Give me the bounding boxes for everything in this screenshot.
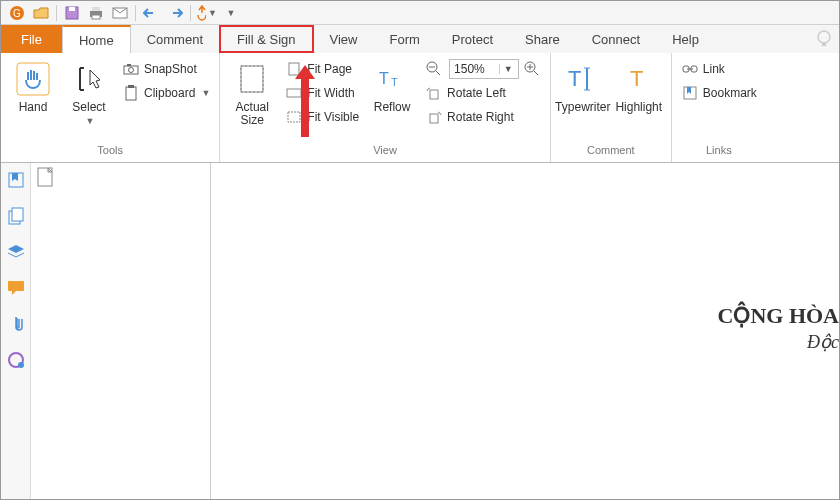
svg-rect-30 xyxy=(430,90,438,99)
navigation-sidebar xyxy=(1,163,31,499)
reflow-button[interactable]: TT Reflow xyxy=(364,55,420,114)
tab-file[interactable]: File xyxy=(1,25,62,53)
rotate-left-button[interactable]: Rotate Left xyxy=(422,82,544,104)
svg-text:T: T xyxy=(391,76,398,88)
link-label: Link xyxy=(703,62,725,76)
rotate-right-button[interactable]: Rotate Right xyxy=(422,106,544,128)
sidebar-comments-icon[interactable] xyxy=(5,277,27,299)
reflow-label: Reflow xyxy=(374,101,411,114)
select-icon xyxy=(69,59,109,99)
hand-tool-button[interactable]: Hand xyxy=(5,55,61,114)
tab-protect[interactable]: Protect xyxy=(436,25,509,53)
highlight-button[interactable]: T Highlight xyxy=(611,55,667,114)
group-view-label: View xyxy=(224,144,546,162)
page-thumb-icon xyxy=(35,167,57,187)
undo-icon[interactable] xyxy=(140,2,162,24)
content-area: CỘNG HÒA Độc xyxy=(31,163,839,499)
tab-connect[interactable]: Connect xyxy=(576,25,656,53)
print-icon[interactable] xyxy=(85,2,107,24)
camera-icon xyxy=(122,60,140,78)
quick-access-toolbar: G ▼ ▼ xyxy=(1,1,839,25)
document-page[interactable]: CỘNG HÒA Độc xyxy=(211,163,839,499)
svg-rect-9 xyxy=(822,43,826,46)
svg-line-27 xyxy=(534,71,538,75)
fit-visible-button[interactable]: Fit Visible xyxy=(282,106,362,128)
sidebar-attachments-icon[interactable] xyxy=(5,313,27,335)
zoom-value: 150% xyxy=(450,62,499,76)
svg-text:G: G xyxy=(13,8,21,19)
help-bulb-icon[interactable] xyxy=(815,25,839,53)
svg-point-46 xyxy=(18,362,24,368)
snapshot-button[interactable]: SnapShot xyxy=(119,58,213,80)
app-icon: G xyxy=(6,2,28,24)
group-tools: Hand Select▼ SnapShot Clipboard ▼ Tools xyxy=(1,53,220,162)
redo-icon[interactable] xyxy=(164,2,186,24)
fit-visible-label: Fit Visible xyxy=(307,110,359,124)
group-tools-label: Tools xyxy=(5,144,215,162)
svg-rect-13 xyxy=(127,64,131,66)
touch-mode-icon[interactable]: ▼ xyxy=(195,2,217,24)
select-label: Select xyxy=(72,100,105,114)
rotate-right-label: Rotate Right xyxy=(447,110,514,124)
snapshot-label: SnapShot xyxy=(144,62,197,76)
svg-rect-6 xyxy=(92,15,100,19)
bookmark-button[interactable]: Bookmark xyxy=(678,82,760,104)
typewriter-icon: T xyxy=(563,59,603,99)
chevron-down-icon: ▼ xyxy=(86,116,95,126)
bookmark-icon xyxy=(681,84,699,102)
document-subheading: Độc xyxy=(807,331,839,353)
svg-text:T: T xyxy=(568,66,581,91)
group-comment: T Typewriter T Highlight Comment xyxy=(551,53,672,162)
zoom-control[interactable]: 150%▼ xyxy=(422,58,544,80)
sidebar-bookmarks-icon[interactable] xyxy=(5,169,27,191)
zoom-out-icon[interactable] xyxy=(425,60,443,78)
sidebar-signatures-icon[interactable] xyxy=(5,349,27,371)
group-links-label: Links xyxy=(676,144,762,162)
tab-home[interactable]: Home xyxy=(62,25,131,53)
group-links: Link Bookmark Links xyxy=(672,53,766,162)
chevron-down-icon[interactable]: ▼ xyxy=(499,64,518,74)
sidebar-pages-icon[interactable] xyxy=(5,205,27,227)
document-heading: CỘNG HÒA xyxy=(718,303,840,329)
svg-rect-5 xyxy=(92,7,100,11)
hand-icon xyxy=(13,59,53,99)
qat-more-icon[interactable]: ▼ xyxy=(219,2,241,24)
link-icon xyxy=(681,60,699,78)
tab-help[interactable]: Help xyxy=(656,25,715,53)
group-view: Actual Size Fit Page Fit Width Fit Visib… xyxy=(220,53,551,162)
thumbnail-panel[interactable] xyxy=(31,163,211,499)
actual-size-button[interactable]: Actual Size xyxy=(224,55,280,127)
svg-rect-15 xyxy=(128,85,134,88)
chevron-down-icon: ▼ xyxy=(201,88,210,98)
actual-size-icon xyxy=(232,59,272,99)
svg-point-8 xyxy=(818,31,830,43)
fit-width-button[interactable]: Fit Width xyxy=(282,82,362,104)
tab-share[interactable]: Share xyxy=(509,25,576,53)
clipboard-icon xyxy=(122,84,140,102)
svg-rect-14 xyxy=(126,87,136,100)
zoom-field[interactable]: 150%▼ xyxy=(449,59,519,79)
rotate-right-icon xyxy=(425,108,443,126)
svg-rect-19 xyxy=(287,89,301,97)
rotate-left-icon xyxy=(425,84,443,102)
tab-comment[interactable]: Comment xyxy=(131,25,219,53)
open-icon[interactable] xyxy=(30,2,52,24)
tab-form[interactable]: Form xyxy=(373,25,435,53)
select-tool-button[interactable]: Select▼ xyxy=(61,55,117,127)
zoom-in-icon[interactable] xyxy=(523,60,541,78)
reflow-icon: TT xyxy=(372,59,412,99)
svg-point-12 xyxy=(129,68,134,73)
email-icon[interactable] xyxy=(109,2,131,24)
clipboard-button[interactable]: Clipboard ▼ xyxy=(119,82,213,104)
hand-label: Hand xyxy=(19,101,48,114)
sidebar-layers-icon[interactable] xyxy=(5,241,27,263)
tab-view[interactable]: View xyxy=(314,25,374,53)
tab-fill-and-sign[interactable]: Fill & Sign xyxy=(219,25,314,53)
link-button[interactable]: Link xyxy=(678,58,760,80)
clipboard-label: Clipboard xyxy=(144,86,195,100)
typewriter-label: Typewriter xyxy=(555,101,610,114)
actual-size-label: Actual Size xyxy=(236,101,269,127)
typewriter-button[interactable]: T Typewriter xyxy=(555,55,611,114)
bookmark-label: Bookmark xyxy=(703,86,757,100)
save-icon[interactable] xyxy=(61,2,83,24)
